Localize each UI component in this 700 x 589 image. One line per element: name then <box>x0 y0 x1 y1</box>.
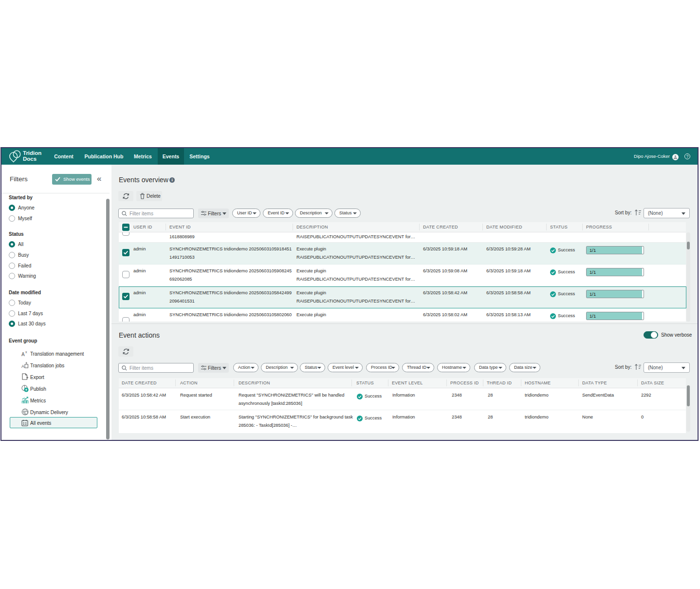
svg-text:A: A <box>21 364 24 368</box>
svg-text:x: x <box>25 350 27 354</box>
svg-text:A: A <box>21 352 25 357</box>
